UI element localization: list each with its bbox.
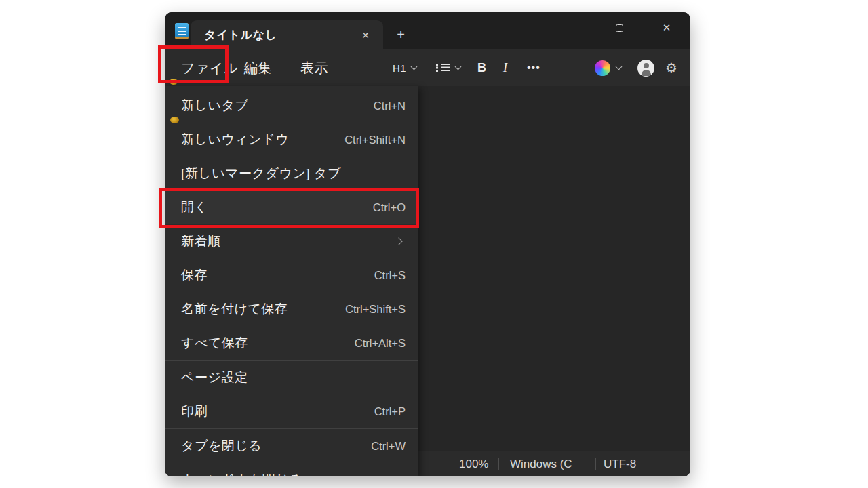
- chevron-down-icon: [616, 63, 623, 70]
- italic-button[interactable]: I: [503, 49, 507, 86]
- menu-item-page-setup[interactable]: ページ設定: [165, 361, 418, 394]
- notepad-app-icon: [175, 23, 189, 39]
- menu-item-new-window[interactable]: 新しいウィンドウ Ctrl+Shift+N: [165, 123, 418, 157]
- statusbar-divider: [595, 458, 596, 470]
- statusbar-divider: [498, 458, 499, 470]
- bold-icon: B: [477, 61, 486, 75]
- menu-item-save-as[interactable]: 名前を付けて保存 Ctrl+Shift+S: [165, 292, 418, 326]
- menu-item-recent[interactable]: 新着順: [165, 224, 418, 258]
- bullet-list-icon: [436, 64, 450, 72]
- menubar-item-edit[interactable]: 編集: [244, 49, 272, 86]
- copilot-icon: [595, 60, 610, 76]
- encoding[interactable]: UTF-8: [604, 451, 636, 476]
- titlebar: タイトルなし ✕ + ✕: [165, 12, 690, 49]
- menu-item-new-markdown-tab[interactable]: [新しいマークダウン] タブ: [165, 157, 418, 190]
- new-tab-button[interactable]: +: [393, 26, 409, 43]
- menubar-item-view[interactable]: 表示: [300, 49, 328, 86]
- account-avatar-icon: [637, 60, 654, 77]
- screenshot-stage: タイトルなし ✕ + ✕ ファイル 編集 表示 H1: [0, 0, 868, 488]
- list-dropdown[interactable]: [436, 49, 460, 86]
- close-button[interactable]: ✕: [643, 12, 690, 43]
- zoom-level[interactable]: 100%: [459, 451, 488, 476]
- menu-item-save[interactable]: 保存 Ctrl+S: [165, 258, 418, 292]
- chevron-down-icon: [455, 63, 462, 70]
- menu-item-close-tab[interactable]: タブを閉じる Ctrl+W: [165, 429, 418, 463]
- copilot-dropdown[interactable]: [595, 49, 621, 86]
- menu-item-save-all[interactable]: すべて保存 Ctrl+Alt+S: [165, 326, 418, 360]
- gold-marker-dot: [170, 117, 179, 123]
- chevron-right-icon: [395, 237, 402, 245]
- annotation-box-open-item: [159, 188, 419, 228]
- menu-item-print[interactable]: 印刷 Ctrl+P: [165, 394, 418, 428]
- window-controls: ✕: [548, 12, 690, 43]
- maximize-icon: [616, 24, 623, 32]
- bold-button[interactable]: B: [477, 49, 486, 86]
- menu-item-close-window[interactable]: ウィンドウを閉じる: [165, 463, 418, 476]
- menu-item-new-tab[interactable]: 新しいタブ Ctrl+N: [165, 89, 418, 123]
- line-ending[interactable]: Windows (C: [510, 451, 572, 476]
- gear-icon: ⚙: [665, 61, 677, 75]
- chevron-down-icon: [411, 63, 418, 70]
- close-icon: ✕: [663, 22, 671, 34]
- menubar: ファイル 編集 表示 H1 B I •••: [165, 49, 690, 86]
- account-button[interactable]: [637, 49, 654, 86]
- annotation-box-file-menu: [158, 45, 229, 83]
- notepad-window: タイトルなし ✕ + ✕ ファイル 編集 表示 H1: [165, 12, 690, 476]
- more-formatting-button[interactable]: •••: [527, 49, 540, 86]
- tab-close-icon[interactable]: ✕: [357, 27, 374, 43]
- tab-title: タイトルなし: [204, 27, 357, 43]
- minimize-icon: [568, 28, 576, 28]
- ellipsis-icon: •••: [527, 62, 540, 74]
- statusbar-divider: [446, 458, 446, 470]
- file-menu: 新しいタブ Ctrl+N 新しいウィンドウ Ctrl+Shift+N [新しいマ…: [165, 86, 418, 476]
- heading-dropdown[interactable]: H1: [393, 49, 416, 86]
- heading-label: H1: [393, 62, 406, 74]
- maximize-button[interactable]: [595, 12, 643, 43]
- italic-icon: I: [503, 61, 507, 75]
- minimize-button[interactable]: [548, 12, 595, 43]
- settings-button[interactable]: ⚙: [665, 49, 677, 86]
